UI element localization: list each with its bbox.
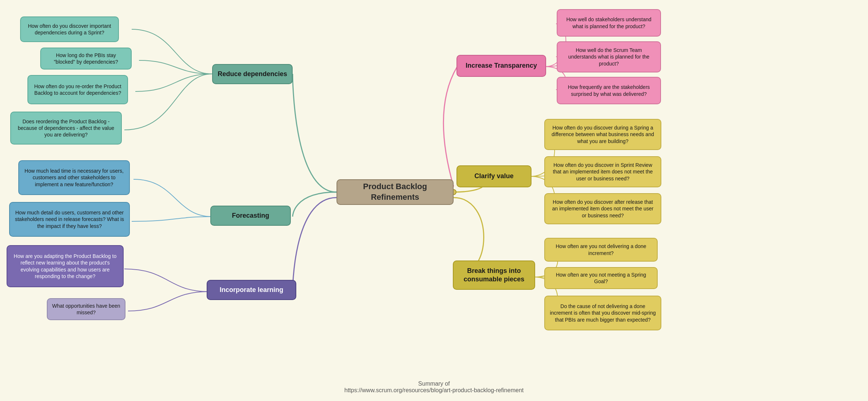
break-leaf-3-text: Do the cause of not delivering a done in… — [549, 303, 656, 323]
reduce-label: Reduce dependencies — [218, 70, 287, 78]
incorporate-leaf-1: How are you adapting the Product Backlog… — [7, 245, 124, 287]
forecasting-label: Forecasting — [232, 211, 269, 220]
break-leaf-1-text: How often are you not delivering a done … — [549, 243, 653, 256]
forecasting-leaf-1-text: How much lead time is necessary for user… — [23, 168, 125, 188]
reduce-leaf-2-text: How long do the PBIs stay "blocked" by d… — [45, 52, 127, 65]
clarify-leaf-3-text: How often do you discover after release … — [549, 199, 656, 219]
break-leaf-1: How often are you not delivering a done … — [544, 238, 658, 262]
center-label: Product Backlog Refinements — [342, 181, 448, 202]
incorporate-leaf-1-text: How are you adapting the Product Backlog… — [12, 253, 119, 280]
transparency-leaf-2-text: How well do the Scrum Team understands w… — [562, 47, 656, 67]
footer-line1: Summary of — [345, 381, 524, 387]
forecasting-leaf-1: How much lead time is necessary for user… — [18, 160, 130, 195]
transparency-label: Increase Transparency — [466, 61, 537, 70]
clarify-value-node: Clarify value — [456, 165, 531, 187]
break-leaf-2: How often are you not meeting a Spring G… — [544, 267, 658, 289]
break-label: Break things into consumable pieces — [458, 267, 530, 284]
transparency-node: Increase Transparency — [456, 55, 546, 77]
reduce-dependencies-node: Reduce dependencies — [212, 64, 293, 84]
footer: Summary of https://www.scrum.org/resourc… — [345, 381, 524, 394]
reduce-leaf-3: How often do you re-order the Product Ba… — [27, 75, 128, 104]
reduce-leaf-2: How long do the PBIs stay "blocked" by d… — [40, 48, 132, 70]
transparency-leaf-3-text: How frequently are the stakeholders surp… — [562, 84, 656, 97]
clarify-leaf-1-text: How often do you discover during a Sprin… — [549, 124, 656, 145]
incorporate-node: Incorporate learning — [207, 280, 296, 300]
incorporate-leaf-2-text: What opportunities have been missed? — [52, 303, 120, 316]
reduce-leaf-4: Does reordering the Product Backlog - be… — [10, 112, 122, 145]
reduce-leaf-1: How often do you discover important depe… — [20, 16, 119, 42]
incorporate-label: Incorporate learning — [219, 286, 283, 294]
transparency-leaf-3: How frequently are the stakeholders surp… — [557, 77, 661, 104]
reduce-leaf-3-text: How often do you re-order the Product Ba… — [33, 83, 123, 96]
break-leaf-2-text: How often are you not meeting a Spring G… — [549, 271, 653, 285]
transparency-leaf-2: How well do the Scrum Team understands w… — [557, 41, 661, 72]
clarify-leaf-1: How often do you discover during a Sprin… — [544, 119, 661, 150]
forecasting-node: Forecasting — [210, 206, 291, 226]
clarify-leaf-2: How often do you discover in Sprint Revi… — [544, 156, 661, 187]
break-leaf-3: Do the cause of not delivering a done in… — [544, 296, 661, 330]
footer-line2: https://www.scrum.org/resources/blog/art… — [345, 387, 524, 394]
reduce-leaf-4-text: Does reordering the Product Backlog - be… — [15, 118, 117, 138]
forecasting-leaf-2: How much detail do users, customers and … — [9, 202, 130, 237]
clarify-leaf-3: How often do you discover after release … — [544, 193, 661, 224]
transparency-leaf-1-text: How well do stakeholders understand what… — [562, 16, 656, 29]
break-things-node: Break things into consumable pieces — [453, 261, 535, 290]
reduce-leaf-1-text: How often do you discover important depe… — [25, 23, 114, 36]
center-node: Product Backlog Refinements — [337, 179, 454, 205]
forecasting-leaf-2-text: How much detail do users, customers and … — [14, 209, 125, 229]
clarify-leaf-2-text: How often do you discover in Sprint Revi… — [549, 162, 656, 182]
clarify-label: Clarify value — [474, 172, 514, 180]
incorporate-leaf-2: What opportunities have been missed? — [47, 298, 125, 320]
transparency-leaf-1: How well do stakeholders understand what… — [557, 9, 661, 37]
